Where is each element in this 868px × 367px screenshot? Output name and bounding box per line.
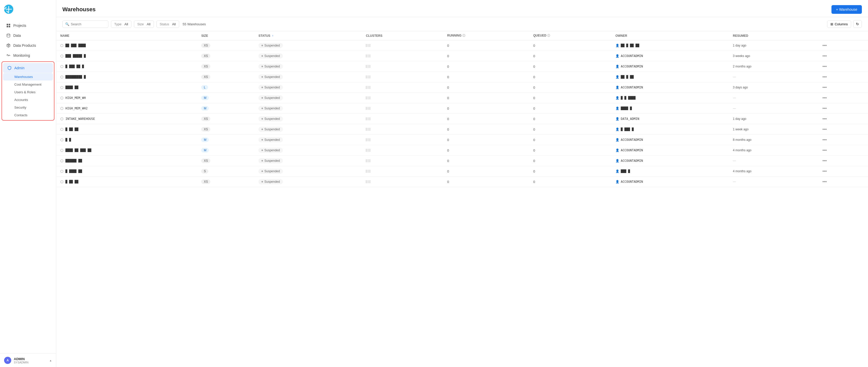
status-badge: Suspended — [258, 127, 283, 132]
sidebar-item-contacts[interactable]: Contacts — [3, 112, 53, 119]
warehouse-queued-cell: 0 — [529, 82, 611, 93]
status-badge: Suspended — [258, 116, 283, 121]
warehouse-clusters-cell — [362, 61, 443, 72]
warehouse-name: ██ ███ ████ — [65, 44, 86, 47]
owner-name: ACCOUNTADMIN — [621, 159, 643, 162]
svg-point-9 — [7, 34, 10, 35]
warehouse-name-cell: ⬡ ███ █████ █ — [56, 51, 197, 61]
cluster-segment — [366, 75, 367, 79]
columns-button[interactable]: ⊞ Columns — [827, 21, 851, 28]
sidebar-item-label: Admin — [14, 66, 25, 70]
more-actions-button[interactable]: ••• — [821, 169, 828, 174]
warehouse-running-cell: 0 — [443, 135, 529, 145]
col-size: SIZE — [197, 31, 254, 40]
warehouse-icon: ⬡ — [60, 117, 63, 121]
warehouse-icon: ⬡ — [60, 169, 63, 173]
owner-icon: 👤 — [616, 170, 619, 173]
warehouse-size-cell: M — [197, 103, 254, 114]
warehouse-icon: ⬡ — [60, 64, 63, 68]
add-warehouse-button[interactable]: + Warehouse — [832, 5, 862, 14]
status-dot-icon — [261, 66, 263, 67]
type-filter-button[interactable]: Type All — [111, 21, 131, 28]
sidebar-item-monitoring[interactable]: Monitoring — [2, 51, 54, 60]
owner-icon: 👤 — [616, 75, 619, 79]
warehouse-clusters-cell — [362, 103, 443, 114]
warehouses-table-container: NAME SIZE STATUS ↑ CLUSTERS RUNNING ⓘ QU… — [56, 31, 868, 367]
warehouse-name: █ ███ ██ █ — [65, 65, 84, 68]
cluster-segment — [368, 55, 369, 58]
owner-name: DATA_ADMIN — [621, 117, 639, 121]
size-badge: XS — [201, 127, 210, 132]
warehouse-name: INTAKE_WAREHOUSE — [65, 117, 95, 121]
status-dot-icon — [261, 76, 263, 78]
columns-label: Columns — [835, 22, 848, 26]
owner-name: ACCOUNTADMIN — [621, 138, 643, 142]
warehouse-name-cell: ⬡ ████ ██ — [56, 82, 197, 93]
warehouse-actions-cell: ••• — [817, 177, 868, 187]
more-actions-button[interactable]: ••• — [821, 95, 828, 100]
sidebar-item-data-products[interactable]: Data Products — [2, 41, 54, 50]
more-actions-button[interactable]: ••• — [821, 116, 828, 121]
more-actions-button[interactable]: ••• — [821, 179, 828, 184]
cluster-segment — [369, 149, 370, 152]
refresh-button[interactable]: ↻ — [853, 20, 862, 28]
table-row: ⬡ █ █ M Suspended 0 0 👤 ACCOUNTADMI — [56, 135, 868, 145]
owner-icon: 👤 — [616, 106, 619, 110]
warehouse-clusters-cell — [362, 166, 443, 177]
cluster-segment — [368, 107, 369, 110]
search-box[interactable]: 🔍 — [62, 21, 108, 28]
sidebar-item-accounts[interactable]: Accounts — [3, 96, 53, 103]
status-dot-icon — [261, 150, 263, 151]
cluster-segment — [366, 55, 367, 58]
warehouse-running-cell: 0 — [443, 51, 529, 61]
table-row: ⬡ ██████ ██ XS Suspended 0 0 👤 ACCO — [56, 156, 868, 166]
col-status[interactable]: STATUS ↑ — [254, 31, 362, 40]
user-profile-area[interactable]: A ADMIN SYSADMIN ▲ — [0, 354, 56, 367]
more-actions-button[interactable]: ••• — [821, 85, 828, 90]
warehouse-size-cell: M — [197, 135, 254, 145]
status-filter-button[interactable]: Status All — [156, 21, 179, 28]
more-actions-button[interactable]: ••• — [821, 105, 828, 111]
sidebar-item-warehouses[interactable]: Warehouses — [3, 73, 53, 81]
warehouse-name: HIGH_MEM_WH — [65, 96, 86, 100]
sidebar-item-data[interactable]: Data — [2, 31, 54, 40]
warehouse-owner-cell: 👤 ██ █ ██ ██ — [611, 40, 729, 51]
sidebar-item-projects[interactable]: Projects — [2, 21, 54, 30]
table-row: ⬡ █ ██ ██ XS Suspended 0 0 👤 █ ███ — [56, 124, 868, 135]
search-input[interactable] — [71, 22, 105, 26]
more-actions-button[interactable]: ••• — [821, 126, 828, 132]
size-filter-label: Size — [137, 22, 144, 26]
sidebar-item-users-roles[interactable]: Users & Roles — [3, 88, 53, 96]
owner-name: ████ █ — [621, 106, 632, 110]
more-actions-button[interactable]: ••• — [821, 148, 828, 153]
more-actions-button[interactable]: ••• — [821, 43, 828, 48]
more-actions-button[interactable]: ••• — [821, 64, 828, 69]
more-actions-button[interactable]: ••• — [821, 158, 828, 163]
warehouse-name-cell: ⬡ HIGH_MEM_WH — [56, 93, 197, 103]
more-actions-button[interactable]: ••• — [821, 74, 828, 80]
cluster-segment — [366, 44, 367, 47]
sidebar-item-security[interactable]: Security — [3, 104, 53, 111]
status-dot-icon — [261, 128, 263, 130]
warehouse-owner-cell: 👤 ██ █ ██ — [611, 72, 729, 82]
sidebar-item-admin[interactable]: Admin — [3, 63, 53, 73]
columns-icon: ⊞ — [830, 22, 833, 26]
warehouse-icon: ⬡ — [60, 96, 63, 100]
size-badge: M — [201, 96, 209, 100]
toolbar-right: ⊞ Columns ↻ — [827, 20, 862, 28]
size-badge: M — [201, 106, 209, 111]
nav-menu: Projects Data Data Products Monitoring — [0, 19, 56, 354]
size-filter-button[interactable]: Size All — [134, 21, 154, 28]
more-actions-button[interactable]: ••• — [821, 137, 828, 142]
sidebar-item-cost-management[interactable]: Cost Management — [3, 81, 53, 88]
warehouse-name: ████ ██ — [65, 86, 79, 89]
toolbar: 🔍 Type All Size All Status All 55 Wareho… — [56, 17, 868, 31]
warehouse-resumed-cell: — — [729, 156, 817, 166]
status-dot-icon — [261, 181, 263, 182]
cluster-segment — [366, 180, 367, 183]
more-actions-button[interactable]: ••• — [821, 53, 828, 59]
cluster-segment — [369, 44, 370, 47]
warehouse-name: █ ████ ██ — [65, 170, 82, 173]
user-role: SYSADMIN — [14, 361, 47, 364]
status-dot-icon — [261, 97, 263, 99]
